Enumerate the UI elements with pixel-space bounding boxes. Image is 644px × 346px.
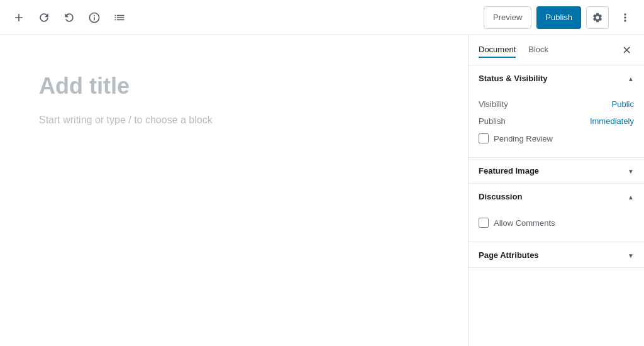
visibility-field: Visibility Public — [479, 96, 634, 113]
info-button[interactable] — [83, 6, 106, 29]
editor-area[interactable]: Add title Start writing or type / to cho… — [0, 35, 468, 346]
section-discussion-toggle — [628, 191, 634, 201]
plus-icon — [13, 11, 25, 24]
publish-value[interactable]: Immediately — [590, 116, 634, 126]
section-status-visibility: Status & Visibility Visibility Public Pu… — [469, 65, 644, 158]
pending-review-row: Pending Review — [479, 130, 634, 147]
allow-comments-row: Allow Comments — [479, 214, 634, 232]
main-area: Add title Start writing or type / to cho… — [0, 35, 644, 346]
section-discussion-title: Discussion — [479, 192, 522, 201]
section-page-attributes-toggle — [628, 250, 634, 260]
section-featured-image-title: Featured Image — [479, 166, 539, 176]
sidebar-close-button[interactable]: ✕ — [619, 42, 634, 59]
section-discussion-header[interactable]: Discussion — [469, 184, 644, 209]
toolbar-left — [8, 6, 131, 29]
visibility-label: Visibility — [479, 99, 508, 109]
title-input[interactable]: Add title — [39, 73, 429, 99]
sidebar: Document Block ✕ Status & Visibility Vis… — [468, 35, 644, 346]
more-icon — [619, 11, 631, 24]
list-view-button[interactable] — [108, 6, 131, 29]
toolbar: Preview Publish — [0, 0, 644, 35]
publish-label: Publish — [479, 116, 506, 126]
section-status-visibility-title: Status & Visibility — [479, 74, 548, 83]
info-icon — [88, 11, 101, 24]
section-featured-image-toggle — [628, 165, 634, 176]
tab-document[interactable]: Document — [479, 42, 516, 58]
allow-comments-checkbox[interactable] — [479, 218, 489, 228]
section-featured-image-header[interactable]: Featured Image — [469, 158, 644, 183]
pending-review-label: Pending Review — [494, 134, 553, 143]
tab-block[interactable]: Block — [528, 42, 548, 58]
section-page-attributes: Page Attributes — [469, 242, 644, 268]
section-status-visibility-header[interactable]: Status & Visibility — [469, 65, 644, 91]
section-page-attributes-header[interactable]: Page Attributes — [469, 242, 644, 267]
section-page-attributes-title: Page Attributes — [479, 250, 539, 260]
undo-button[interactable] — [33, 6, 55, 29]
more-options-button[interactable] — [614, 6, 636, 29]
publish-field: Publish Immediately — [479, 113, 634, 130]
pending-review-checkbox[interactable] — [479, 133, 489, 143]
section-discussion-body: Allow Comments — [469, 209, 644, 242]
allow-comments-label: Allow Comments — [494, 218, 555, 228]
section-status-visibility-toggle — [628, 73, 634, 83]
undo-icon — [38, 11, 50, 24]
sidebar-tabs: Document Block ✕ — [469, 35, 644, 65]
section-discussion: Discussion Allow Comments — [469, 184, 644, 242]
content-placeholder[interactable]: Start writing or type / to choose a bloc… — [39, 114, 429, 126]
list-icon — [113, 11, 126, 24]
section-featured-image: Featured Image — [469, 158, 644, 184]
redo-button[interactable] — [58, 6, 80, 29]
gear-icon — [592, 12, 603, 23]
preview-button[interactable]: Preview — [484, 6, 531, 29]
add-block-button[interactable] — [8, 6, 30, 29]
toolbar-right: Preview Publish — [484, 6, 636, 29]
settings-button[interactable] — [586, 6, 609, 29]
section-status-visibility-body: Visibility Public Publish Immediately Pe… — [469, 91, 644, 157]
editor-inner: Add title Start writing or type / to cho… — [39, 73, 429, 126]
publish-button[interactable]: Publish — [536, 6, 581, 29]
redo-icon — [63, 11, 75, 24]
visibility-value[interactable]: Public — [612, 99, 634, 109]
